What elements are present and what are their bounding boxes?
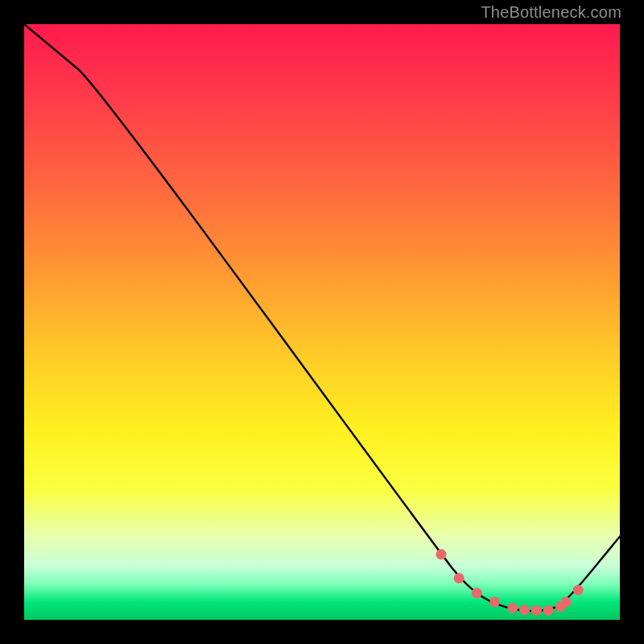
chart-svg — [24, 24, 620, 620]
marker-dot — [507, 603, 518, 613]
marker-dot — [519, 605, 530, 615]
curve-line — [24, 24, 620, 611]
marker-dot — [472, 588, 482, 598]
marker-dot — [436, 549, 447, 559]
marker-dot — [531, 605, 542, 616]
highlight-markers — [436, 549, 584, 616]
marker-dot — [543, 605, 554, 616]
chart-stage: TheBottleneck.com — [0, 0, 644, 644]
watermark-text: TheBottleneck.com — [481, 3, 621, 22]
marker-dot — [489, 597, 500, 607]
marker-dot — [573, 585, 584, 596]
plot-area — [24, 24, 620, 620]
marker-dot — [454, 573, 464, 584]
marker-dot — [561, 597, 572, 607]
